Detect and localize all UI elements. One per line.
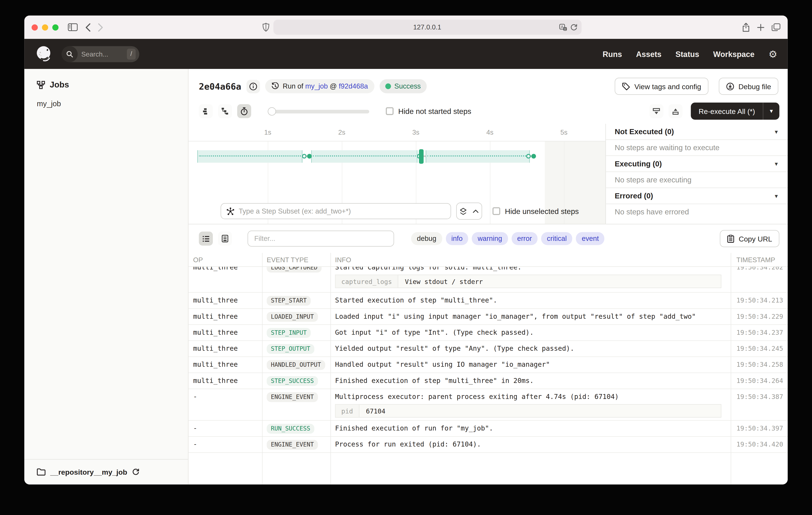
settings-gear-icon[interactable]: ⚙ — [768, 49, 777, 59]
copy-url-button[interactable]: Copy URL — [720, 230, 779, 247]
log-list-view-button[interactable] — [199, 232, 213, 246]
info-icon[interactable] — [246, 80, 260, 93]
new-tab-icon[interactable] — [757, 24, 764, 31]
gantt-flat-view-button[interactable] — [199, 104, 213, 118]
step-subset-input[interactable]: Type a Step Subset (ex: add_two+*) — [221, 203, 451, 219]
level-badge-error[interactable]: error — [511, 232, 538, 245]
log-timestamp: 19:50:34.245 — [731, 344, 788, 353]
gantt-step-band[interactable] — [311, 150, 417, 163]
col-op: OP — [188, 255, 262, 263]
log-row[interactable]: multi_threeSTEP_OUTPUTYielded output "re… — [188, 341, 788, 357]
global-search-input[interactable]: Search... / — [62, 46, 139, 62]
gantt-step-band[interactable] — [426, 150, 530, 163]
shield-icon[interactable] — [262, 23, 269, 32]
zoom-slider-knob[interactable] — [268, 107, 276, 115]
tab-overview-icon[interactable] — [772, 23, 780, 31]
reexecute-all-button[interactable]: Re-execute All (*) — [691, 103, 763, 120]
jump-to-top-button[interactable] — [668, 104, 683, 118]
zoom-slider[interactable] — [268, 107, 369, 115]
level-badge-warning[interactable]: warning — [472, 232, 508, 245]
log-metadata-box[interactable]: captured_logsView stdout / stderr — [335, 275, 721, 288]
level-badge-critical[interactable]: critical — [541, 232, 572, 245]
log-filter-input[interactable]: Filter... — [248, 231, 394, 247]
search-icon — [62, 46, 78, 62]
metadata-key: captured_logs — [336, 275, 398, 288]
traffic-minimize-button[interactable] — [42, 24, 48, 30]
log-metadata-box[interactable]: pid67104 — [335, 404, 721, 417]
reexecute-dropdown-button[interactable]: ▼ — [763, 103, 779, 120]
log-row[interactable]: -RUN_SUCCESSFinished execution of run fo… — [188, 421, 788, 437]
log-row[interactable]: -ENGINE_EVENTProcess for run exited (pid… — [188, 437, 788, 453]
layers-icon[interactable] — [457, 203, 469, 219]
share-icon[interactable] — [742, 23, 750, 32]
panel-section-header[interactable]: Not Executed (0)▼ — [606, 124, 787, 140]
gantt-waterfall-view-button[interactable] — [218, 104, 232, 118]
address-bar[interactable]: 127.0.0.1 A文 — [273, 20, 581, 34]
chevron-down-icon: ▼ — [774, 193, 779, 199]
panel-section-message: No steps have errored — [606, 204, 787, 220]
col-info: INFO — [330, 255, 730, 263]
hide-not-started-checkbox-row[interactable]: Hide not started steps — [386, 107, 471, 115]
hide-unselected-checkbox[interactable] — [493, 207, 500, 215]
log-structured-view-button[interactable] — [218, 232, 232, 246]
panel-section-message: No steps are waiting to execute — [606, 140, 787, 156]
gantt-timed-view-button[interactable] — [237, 104, 251, 118]
event-type-pill: STEP_START — [267, 296, 311, 306]
sidebar-toggle-icon[interactable] — [68, 23, 78, 31]
top-nav: RunsAssetsStatusWorkspace — [603, 50, 754, 58]
log-row[interactable]: multi_threeSTEP_STARTStarted execution o… — [188, 293, 788, 309]
log-row[interactable]: multi_threeLOGS_CAPTUREDStarted capturin… — [188, 267, 788, 293]
metadata-key: pid — [336, 405, 359, 417]
nav-assets[interactable]: Assets — [636, 50, 662, 58]
gantt-toolbar: Hide not started steps Re-execute All (*… — [188, 100, 788, 124]
gantt-step-band[interactable] — [198, 150, 302, 163]
traffic-zoom-button[interactable] — [52, 24, 58, 30]
panel-section-header[interactable]: Errored (0)▼ — [606, 188, 787, 204]
log-row[interactable]: -ENGINE_EVENTMultiprocess executor: pare… — [188, 389, 788, 421]
log-event-type: LOADED_INPUT — [262, 311, 330, 322]
job-link[interactable]: my_job — [305, 82, 328, 90]
metadata-value[interactable]: 67104 — [359, 405, 392, 417]
screenshot-stage: 127.0.0.1 A文 — [0, 0, 812, 515]
log-info: Finished execution of step "multi_three"… — [330, 376, 730, 385]
reload-icon[interactable] — [570, 24, 577, 31]
level-badge-info[interactable]: info — [446, 232, 468, 245]
repository-row[interactable]: __repository__my_job — [24, 459, 188, 485]
reload-repository-icon[interactable] — [132, 468, 139, 476]
forward-icon[interactable] — [98, 23, 103, 31]
level-badge-event[interactable]: event — [576, 232, 605, 245]
sidebar-item-my-job[interactable]: my_job — [24, 95, 188, 112]
dagster-logo-icon[interactable] — [35, 45, 53, 63]
log-row[interactable]: multi_threeSTEP_INPUTGot input "i" of ty… — [188, 325, 788, 341]
event-type-pill: ENGINE_EVENT — [267, 440, 318, 450]
nav-workspace[interactable]: Workspace — [713, 50, 755, 58]
translate-icon[interactable]: A文 — [559, 24, 567, 31]
gantt-chart[interactable]: 1s2s3s4s5s Type a Step Subset (ex: add_t… — [188, 124, 605, 224]
log-timestamp: 19:50:34.264 — [731, 376, 788, 385]
nav-status[interactable]: Status — [675, 50, 699, 58]
log-row[interactable]: multi_threeHANDLED_OUTPUTHandled output … — [188, 357, 788, 373]
log-row[interactable]: multi_threeSTEP_SUCCESSFinished executio… — [188, 373, 788, 389]
debug-file-button[interactable]: Debug file — [719, 78, 778, 95]
log-rows: multi_threeLOGS_CAPTUREDStarted capturin… — [188, 267, 788, 453]
traffic-close-button[interactable] — [32, 24, 38, 30]
collapse-caret-icon[interactable] — [469, 203, 482, 219]
nav-runs[interactable]: Runs — [603, 50, 622, 58]
log-timestamp: 19:50:34.397 — [731, 423, 788, 433]
at-separator: @ — [330, 82, 339, 90]
jump-to-bottom-button[interactable] — [649, 104, 664, 118]
hide-not-started-checkbox[interactable] — [386, 107, 394, 115]
level-badge-debug[interactable]: debug — [411, 232, 442, 245]
folder-icon — [37, 468, 46, 476]
log-row[interactable]: multi_threeLOADED_INPUTLoaded input "i" … — [188, 309, 788, 325]
status-badge[interactable]: Success — [379, 79, 427, 93]
event-type-pill: STEP_SUCCESS — [267, 376, 318, 386]
axis-tick: 2s — [338, 129, 345, 136]
snapshot-link[interactable]: f92d468a — [339, 82, 368, 90]
panel-section-header[interactable]: Executing (0)▼ — [606, 156, 787, 172]
hide-unselected-checkbox-row[interactable]: Hide unselected steps — [493, 207, 579, 215]
metadata-value[interactable]: View stdout / stderr — [398, 275, 490, 288]
log-info: Started execution of step "multi_three". — [330, 295, 730, 305]
view-tags-button[interactable]: View tags and config — [615, 78, 708, 95]
back-icon[interactable] — [86, 23, 91, 31]
